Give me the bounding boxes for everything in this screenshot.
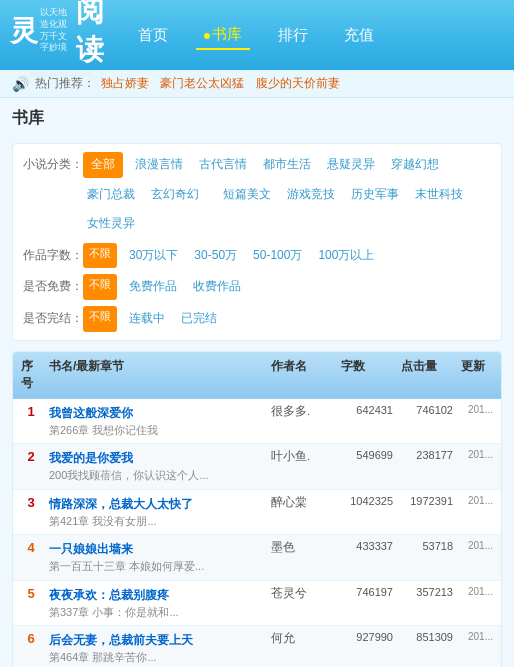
free-opt-2[interactable]: 收费作品: [189, 274, 245, 300]
words-opt-4[interactable]: 100万以上: [314, 243, 378, 269]
free-opt-1[interactable]: 免费作品: [125, 274, 181, 300]
filter-sci[interactable]: 末世科技: [411, 182, 467, 208]
row-num: 4: [17, 540, 45, 555]
row-num: 1: [17, 404, 45, 419]
row-clicks: 746102: [397, 404, 457, 416]
th-book: 书名/最新章节: [45, 358, 267, 392]
nav-library[interactable]: 书库: [196, 21, 250, 50]
filter-xuan[interactable]: 玄幻奇幻: [147, 182, 203, 208]
filter-romance[interactable]: 浪漫言情: [131, 152, 187, 178]
recommend-links: 独占娇妻 豪门老公太凶猛 腹少的天价前妻: [101, 75, 348, 92]
filter-history[interactable]: 历史军事: [347, 182, 403, 208]
table-header: 序号 书名/最新章节 作者名 字数 点击量 更新: [13, 352, 501, 399]
words-tag[interactable]: 不限: [83, 243, 117, 269]
words-opt-1[interactable]: 30万以下: [125, 243, 182, 269]
row-book: 夜夜承欢：总裁别腹疼 第337章 小事：你是就和...: [45, 586, 267, 621]
row-num: 6: [17, 631, 45, 646]
row-update: 201...: [457, 404, 497, 415]
free-label: 是否免费：: [23, 274, 83, 298]
row-update: 201...: [457, 495, 497, 506]
row-book: 后会无妻，总裁前夫要上天 第464章 那跳辛苦你...: [45, 631, 267, 666]
book-chapter: 第464章 那跳辛苦你...: [49, 649, 263, 666]
row-book: 我曾这般深爱你 第266章 我想你记住我: [45, 404, 267, 439]
filter-urban[interactable]: 都市生活: [259, 152, 315, 178]
row-author: 很多多.: [267, 404, 337, 419]
book-chapter: 第337章 小事：你是就和...: [49, 604, 263, 621]
filter-section: 小说分类： 全部 浪漫言情 古代言情 都市生活 悬疑灵异 穿越幻想 豪门总裁 玄…: [12, 143, 502, 341]
finish-opt-1[interactable]: 连载中: [125, 306, 169, 332]
filter-words-row: 作品字数： 不限 30万以下 30-50万 50-100万 100万以上: [23, 243, 491, 269]
book-title[interactable]: 一只娘娘出墙来: [49, 540, 263, 558]
nav-recharge[interactable]: 充值: [336, 22, 382, 49]
table-row: 5 夜夜承欢：总裁别腹疼 第337章 小事：你是就和... 苍灵兮 746197…: [13, 581, 501, 627]
table-row: 3 情路深深，总裁大人太快了 第421章 我没有女朋... 醉心棠 104232…: [13, 490, 501, 536]
filter-female[interactable]: 女性灵异: [83, 211, 139, 237]
logo-url: www.1sread.com: [30, 69, 91, 78]
recommend-link-1[interactable]: 独占娇妻: [101, 76, 149, 90]
row-update: 201...: [457, 449, 497, 460]
words-label: 作品字数：: [23, 243, 83, 267]
filter-short[interactable]: 短篇美文: [219, 182, 275, 208]
nav-active-dot: [204, 33, 210, 39]
book-title[interactable]: 我爱的是你爱我: [49, 449, 263, 467]
row-book: 一只娘娘出墙来 第一百五十三章 本娘如何厚爱...: [45, 540, 267, 575]
nav-menu: 首页 书库 排行 充值: [130, 21, 382, 50]
row-author: 叶小鱼.: [267, 449, 337, 464]
book-chapter: 第266章 我想你记住我: [49, 422, 263, 439]
th-clicks: 点击量: [397, 358, 457, 392]
filter-category-row: 小说分类： 全部 浪漫言情 古代言情 都市生活 悬疑灵异 穿越幻想 豪门总裁 玄…: [23, 152, 491, 237]
book-table: 序号 书名/最新章节 作者名 字数 点击量 更新 1 我曾这般深爱你 第266章…: [12, 351, 502, 667]
row-update: 201...: [457, 586, 497, 597]
row-author: 墨色: [267, 540, 337, 555]
row-author: 何允: [267, 631, 337, 646]
row-update: 201...: [457, 540, 497, 551]
page-title: 书库: [12, 108, 502, 133]
filter-game[interactable]: 游戏竞技: [283, 182, 339, 208]
table-row: 1 我曾这般深爱你 第266章 我想你记住我 很多多. 642431 74610…: [13, 399, 501, 445]
filter-mystery[interactable]: 悬疑灵异: [323, 152, 379, 178]
book-title[interactable]: 我曾这般深爱你: [49, 404, 263, 422]
row-author: 醉心棠: [267, 495, 337, 510]
row-num: 5: [17, 586, 45, 601]
main-content: 书库 小说分类： 全部 浪漫言情 古代言情 都市生活 悬疑灵异 穿越幻想 豪门总…: [0, 98, 514, 667]
free-options: 不限 免费作品 收费作品: [83, 274, 491, 300]
filter-finish-row: 是否完结： 不限 连载中 已完结: [23, 306, 491, 332]
words-opt-2[interactable]: 30-50万: [190, 243, 241, 269]
finish-opt-2[interactable]: 已完结: [177, 306, 221, 332]
nav-home[interactable]: 首页: [130, 22, 176, 49]
words-options: 不限 30万以下 30-50万 50-100万 100万以上: [83, 243, 491, 269]
finish-tag[interactable]: 不限: [83, 306, 117, 332]
recommend-link-3[interactable]: 腹少的天价前妻: [256, 76, 340, 90]
th-author: 作者名: [267, 358, 337, 392]
row-words: 433337: [337, 540, 397, 552]
free-tag[interactable]: 不限: [83, 274, 117, 300]
row-author: 苍灵兮: [267, 586, 337, 601]
table-row: 2 我爱的是你爱我 200我找顾蓓信，你认识这个人... 叶小鱼. 549699…: [13, 444, 501, 490]
filter-all[interactable]: 全部: [83, 152, 123, 178]
speaker-icon: 🔊: [12, 76, 29, 92]
row-book: 我爱的是你爱我 200我找顾蓓信，你认识这个人...: [45, 449, 267, 484]
book-title[interactable]: 夜夜承欢：总裁别腹疼: [49, 586, 263, 604]
filter-ancient[interactable]: 古代言情: [195, 152, 251, 178]
th-update: 更新: [457, 358, 497, 392]
finish-label: 是否完结：: [23, 306, 83, 330]
filter-free-row: 是否免费： 不限 免费作品 收费作品: [23, 274, 491, 300]
recommend-link-2[interactable]: 豪门老公太凶猛: [160, 76, 244, 90]
book-title[interactable]: 情路深深，总裁大人太快了: [49, 495, 263, 513]
row-clicks: 1972391: [397, 495, 457, 507]
table-row: 4 一只娘娘出墙来 第一百五十三章 本娘如何厚爱... 墨色 433337 53…: [13, 535, 501, 581]
filter-ceo[interactable]: 豪门总裁: [83, 182, 139, 208]
words-opt-3[interactable]: 50-100万: [249, 243, 306, 269]
book-title[interactable]: 后会无妻，总裁前夫要上天: [49, 631, 263, 649]
row-num: 3: [17, 495, 45, 510]
filter-fantasy[interactable]: 穿越幻想: [387, 152, 443, 178]
nav-rank[interactable]: 排行: [270, 22, 316, 49]
th-num: 序号: [17, 358, 45, 392]
row-book: 情路深深，总裁大人太快了 第421章 我没有女朋...: [45, 495, 267, 530]
row-num: 2: [17, 449, 45, 464]
finish-options: 不限 连载中 已完结: [83, 306, 491, 332]
header: 灵 以天地造化观万千文字妙境 阅读 www.1sread.com 首页 书库 排…: [0, 0, 514, 70]
row-clicks: 357213: [397, 586, 457, 598]
logo-char: 灵: [10, 12, 38, 50]
row-words: 642431: [337, 404, 397, 416]
